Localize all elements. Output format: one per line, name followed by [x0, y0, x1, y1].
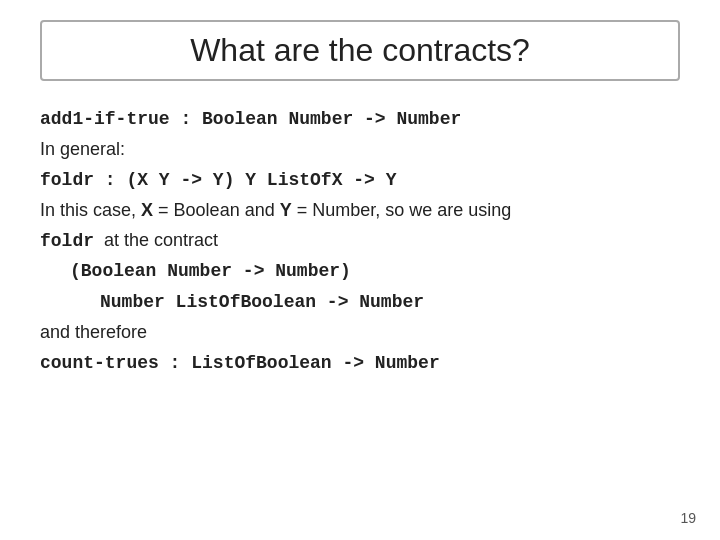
line-9: count-trues : ListOfBoolean -> Number: [40, 349, 680, 378]
code-count-trues: count-trues : ListOfBoolean -> Number: [40, 353, 440, 373]
line-8: and therefore: [40, 319, 680, 347]
code-add1-if-true: add1-if-true : Boolean Number -> Number: [40, 109, 461, 129]
slide-content: add1-if-true : Boolean Number -> Number …: [30, 105, 690, 378]
slide-number: 19: [680, 510, 696, 526]
line-6: (Boolean Number -> Number): [70, 257, 680, 286]
slide: What are the contracts? add1-if-true : B…: [0, 0, 720, 540]
text-and-therefore: and therefore: [40, 322, 147, 342]
line-1: add1-if-true : Boolean Number -> Number: [40, 105, 680, 134]
line-4: In this case, X = Boolean and Y = Number…: [40, 197, 680, 225]
line-3: foldr : (X Y -> Y) Y ListOfX -> Y: [40, 166, 680, 195]
code-boolean-number: (Boolean Number -> Number): [70, 261, 351, 281]
text-in-general: In general:: [40, 139, 125, 159]
line-7: Number ListOfBoolean -> Number: [100, 288, 680, 317]
text-at-the-contract: at the contract: [94, 230, 218, 250]
line-2: In general:: [40, 136, 680, 164]
code-foldr-label: foldr: [40, 231, 94, 251]
title-box: What are the contracts?: [40, 20, 680, 81]
text-in-this-case: In this case, X = Boolean and Y = Number…: [40, 200, 511, 220]
slide-title: What are the contracts?: [190, 32, 530, 68]
line-5: foldr at the contract: [40, 227, 680, 256]
code-foldr-sig: foldr : (X Y -> Y) Y ListOfX -> Y: [40, 170, 396, 190]
code-number-listofboolean: Number ListOfBoolean -> Number: [100, 292, 424, 312]
